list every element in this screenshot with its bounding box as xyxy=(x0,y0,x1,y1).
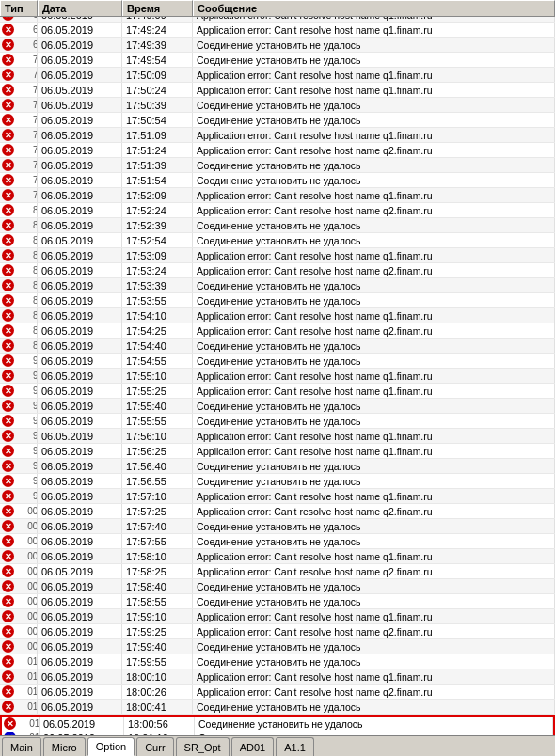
row-number: 88 xyxy=(17,325,38,336)
time-cell: 17:53:55 xyxy=(122,293,193,307)
table-row[interactable]: ✕9806.05.201917:56:55Соединение установи… xyxy=(0,474,555,489)
date-cell: 06.05.2019 xyxy=(38,113,122,127)
type-cell: ✕011 xyxy=(0,669,38,684)
table-row[interactable]: ✕00106.05.201917:57:40Соединение установ… xyxy=(0,519,555,534)
row-number: 74 xyxy=(17,115,38,125)
table-row[interactable]: ✕8306.05.201917:53:09Application error: … xyxy=(0,248,555,263)
message-cell: Соединение установить не удалось xyxy=(193,654,555,669)
time-cell: 17:51:54 xyxy=(122,173,193,187)
table-row[interactable]: ✕6806.05.201917:49:24Application error: … xyxy=(0,23,555,38)
table-row[interactable]: ✕01306.05.201918:00:41Соединение установ… xyxy=(0,700,555,715)
table-row[interactable]: ✕00206.05.201917:57:55Соединение установ… xyxy=(0,534,555,549)
table-row[interactable]: ✕6906.05.201917:49:39Соединение установи… xyxy=(0,38,555,53)
table-body[interactable]: ✕06.05.201917:48:54Соединение установить… xyxy=(0,17,555,735)
date-cell: 06.05.2019 xyxy=(38,369,122,383)
message-cell: Application error: Can't resolve host na… xyxy=(193,685,555,699)
table-row[interactable]: ✕00706.05.201917:59:10Application error:… xyxy=(0,609,555,624)
row-number: 005 xyxy=(17,581,38,591)
type-cell: ✕77 xyxy=(0,158,38,172)
table-row[interactable]: ✕9706.05.201917:56:40Соединение установи… xyxy=(0,459,555,474)
time-cell: 17:54:25 xyxy=(122,323,193,338)
message-cell: Соединение установить не удалось xyxy=(193,579,555,593)
table-row[interactable]: ✕9106.05.201917:55:10Application error: … xyxy=(0,369,555,384)
table-row[interactable]: ✕00406.05.201917:58:25Application error:… xyxy=(0,564,555,579)
message-cell: Application error: Can't resolve host na… xyxy=(193,308,555,323)
table-row[interactable]: ✕00506.05.201917:58:40Соединение установ… xyxy=(0,579,555,594)
table-row[interactable]: ✕9006.05.201917:54:55Соединение установи… xyxy=(0,354,555,369)
table-row[interactable]: ✕01106.05.201918:00:10Application error:… xyxy=(0,669,555,685)
table-row[interactable]: ✕9906.05.201917:57:10Application error: … xyxy=(0,489,555,504)
error-icon: ✕ xyxy=(2,430,14,442)
table-row[interactable]: ✕00006.05.201917:57:25Application error:… xyxy=(0,504,555,519)
table-row[interactable]: ✕8706.05.201917:54:10Application error: … xyxy=(0,308,555,323)
table-row[interactable]: ✕7206.05.201917:50:24Application error: … xyxy=(0,83,555,98)
error-icon: ✕ xyxy=(2,249,14,261)
date-cell: 06.05.2019 xyxy=(38,173,122,187)
time-cell: 17:53:39 xyxy=(122,278,193,292)
table-row[interactable]: ✕8906.05.201917:54:40Соединение установи… xyxy=(0,339,555,354)
table-row[interactable]: ✕00606.05.201917:58:55Соединение установ… xyxy=(0,594,555,609)
error-icon: ✕ xyxy=(2,625,14,638)
table-row[interactable]: ✕01206.05.201918:00:26Application error:… xyxy=(0,685,555,700)
date-cell: 06.05.2019 xyxy=(38,685,122,699)
table-row[interactable]: ✕7406.05.201917:50:54Соединение установи… xyxy=(0,113,555,128)
type-cell: ✕72 xyxy=(0,83,38,97)
table-row[interactable]: ✕7606.05.201917:51:24Application error: … xyxy=(0,143,555,158)
row-number: 99 xyxy=(17,491,38,501)
date-cell: 06.05.2019 xyxy=(40,717,124,731)
table-row[interactable]: ✕7106.05.201917:50:09Application error: … xyxy=(0,68,555,83)
tab-micro[interactable]: Micro xyxy=(43,737,86,756)
table-row[interactable]: ✕00806.05.201917:59:25Application error:… xyxy=(0,624,555,639)
table-row[interactable]: ✕8006.05.201917:52:24Application error: … xyxy=(0,203,555,218)
message-cell: Соединение установить не удалось xyxy=(193,158,555,172)
table-row[interactable]: ✕8406.05.201917:53:24Application error: … xyxy=(0,263,555,278)
table-row[interactable]: ✕9306.05.201917:55:40Соединение установи… xyxy=(0,399,555,414)
time-cell: 17:59:25 xyxy=(122,624,193,638)
table-row[interactable]: ✕00906.05.201917:59:40Соединение установ… xyxy=(0,639,555,654)
table-row[interactable]: ✕7706.05.201917:51:39Соединение установи… xyxy=(0,158,555,173)
table-row[interactable]: ✕9206.05.201917:55:25Application error: … xyxy=(0,384,555,399)
table-row[interactable]: ✕8506.05.201917:53:39Соединение установи… xyxy=(0,278,555,293)
row-number: 003 xyxy=(17,551,38,561)
row-number: 90 xyxy=(17,355,38,366)
tab-curr[interactable]: Curr xyxy=(136,737,173,756)
tab-main[interactable]: Main xyxy=(2,737,41,756)
table-row[interactable]: ✕00306.05.201917:58:10Application error:… xyxy=(0,549,555,564)
table-row[interactable]: ✕8206.05.201917:52:54Соединение установи… xyxy=(0,233,555,248)
table-row[interactable]: ✕8106.05.201917:52:39Соединение установи… xyxy=(0,218,555,233)
bottom-tabs: MainMicroOptionCurrSR_OptAD01A1.1 xyxy=(0,735,555,756)
table-row[interactable]: ✕7906.05.201917:52:09Application error: … xyxy=(0,188,555,203)
row-number: 010 xyxy=(17,656,38,667)
date-cell: 06.05.2019 xyxy=(38,188,122,202)
time-cell: 17:56:55 xyxy=(122,474,193,488)
table-row[interactable]: ✕8606.05.201917:53:55Соединение установи… xyxy=(0,293,555,308)
table-row[interactable]: ✕7806.05.201917:51:54Соединение установи… xyxy=(0,173,555,188)
date-cell: 06.05.2019 xyxy=(38,429,122,443)
table-row[interactable]: ✕7506.05.201917:51:09Application error: … xyxy=(0,128,555,143)
date-cell: 06.05.2019 xyxy=(38,624,122,638)
table-row[interactable]: ✕01006.05.201917:59:55Соединение установ… xyxy=(0,654,555,669)
row-number: 98 xyxy=(17,476,38,486)
message-cell: Соединение установить не удалось xyxy=(193,173,555,187)
table-row[interactable]: ✕9506.05.201917:56:10Application error: … xyxy=(0,429,555,444)
time-cell: 17:59:10 xyxy=(122,609,193,623)
row-number: 79 xyxy=(17,190,38,200)
error-icon: ✕ xyxy=(2,294,14,307)
message-cell: Application error: Can't resolve host na… xyxy=(193,609,555,623)
tab-ad01[interactable]: AD01 xyxy=(231,737,275,756)
time-cell: 17:51:09 xyxy=(122,128,193,142)
table-row[interactable]: ✕9406.05.201917:55:55Соединение установи… xyxy=(0,414,555,429)
tab-sr_opt[interactable]: SR_Opt xyxy=(176,737,230,756)
date-cell: 06.05.2019 xyxy=(38,534,122,548)
table-row[interactable]: ✕8806.05.201917:54:25Application error: … xyxy=(0,323,555,339)
time-cell: 17:52:39 xyxy=(122,218,193,232)
table-row[interactable]: ✕01406.05.201918:00:56Соединение установ… xyxy=(0,715,555,731)
time-cell: 17:49:09 xyxy=(122,17,193,22)
table-row[interactable]: ✕9606.05.201917:56:25Application error: … xyxy=(0,444,555,459)
table-row[interactable]: ✕7306.05.201917:50:39Соединение установи… xyxy=(0,98,555,113)
tab-option[interactable]: Option xyxy=(87,737,135,756)
error-icon: ✕ xyxy=(2,370,14,382)
tab-a1.1[interactable]: A1.1 xyxy=(276,737,314,756)
message-cell: Соединение установить не удалось xyxy=(193,218,555,232)
table-row[interactable]: ✕7006.05.201917:49:54Соединение установи… xyxy=(0,53,555,68)
